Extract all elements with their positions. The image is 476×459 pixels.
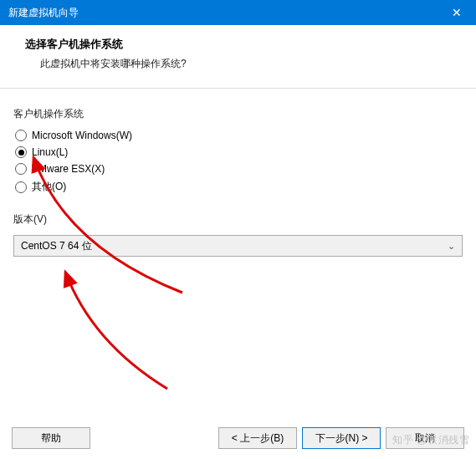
version-section: 版本(V) CentOS 7 64 位 ⌄ <box>13 212 463 257</box>
wizard-body: 客户机操作系统 Microsoft Windows(W) Linux(L) VM… <box>0 89 476 257</box>
radio-vmware-esx[interactable]: VMware ESX(X) <box>15 163 463 175</box>
radio-label: VMware ESX(X) <box>32 163 105 175</box>
version-label: 版本(V) <box>13 212 463 227</box>
titlebar: 新建虚拟机向导 ✕ <box>0 0 476 25</box>
chevron-down-icon: ⌄ <box>448 241 455 252</box>
page-title: 选择客户机操作系统 <box>25 37 458 52</box>
radio-icon <box>15 130 27 141</box>
window-title: 新建虚拟机向导 <box>8 6 438 20</box>
close-button[interactable]: ✕ <box>438 0 476 25</box>
help-button[interactable]: 帮助 <box>12 427 90 449</box>
dropdown-selected-value: CentOS 7 64 位 <box>21 239 448 253</box>
next-button[interactable]: 下一步(N) > <box>302 427 381 449</box>
close-icon: ✕ <box>452 6 462 19</box>
radio-label: Microsoft Windows(W) <box>32 130 132 141</box>
radio-label: 其他(O) <box>32 180 66 194</box>
radio-icon <box>15 181 27 193</box>
radio-icon <box>15 163 27 175</box>
watermark: 知乎 @联消残雪 <box>392 433 469 447</box>
radio-linux[interactable]: Linux(L) <box>15 146 463 158</box>
annotation-arrow <box>42 251 192 401</box>
radio-other[interactable]: 其他(O) <box>15 180 463 194</box>
back-button[interactable]: < 上一步(B) <box>218 427 297 449</box>
button-label: 下一步(N) > <box>315 431 368 446</box>
os-radio-group: Microsoft Windows(W) Linux(L) VMware ESX… <box>13 130 463 194</box>
radio-label: Linux(L) <box>32 146 68 158</box>
radio-windows[interactable]: Microsoft Windows(W) <box>15 130 463 141</box>
os-group-label: 客户机操作系统 <box>13 107 463 121</box>
version-dropdown[interactable]: CentOS 7 64 位 ⌄ <box>13 235 463 257</box>
page-subtitle: 此虚拟机中将安装哪种操作系统? <box>25 57 458 71</box>
radio-icon <box>15 146 27 158</box>
button-label: < 上一步(B) <box>232 431 284 446</box>
button-label: 帮助 <box>41 431 61 446</box>
wizard-header: 选择客户机操作系统 此虚拟机中将安装哪种操作系统? <box>0 25 476 89</box>
